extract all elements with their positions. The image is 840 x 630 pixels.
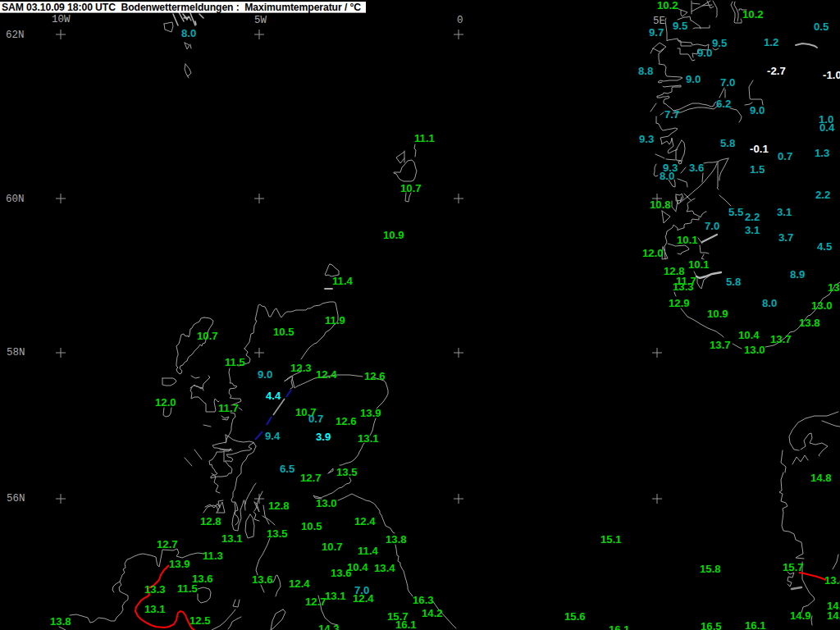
svg-text:12.7: 12.7 bbox=[157, 538, 178, 550]
svg-text:13.1: 13.1 bbox=[221, 532, 243, 545]
svg-text:3.6: 3.6 bbox=[689, 162, 704, 174]
svg-text:13.0: 13.0 bbox=[316, 497, 337, 509]
svg-text:0.5: 0.5 bbox=[814, 21, 829, 33]
svg-text:14.2: 14.2 bbox=[422, 607, 443, 619]
svg-text:1.5: 1.5 bbox=[750, 163, 765, 176]
svg-text:12.0: 12.0 bbox=[155, 396, 176, 409]
svg-text:13.4: 13.4 bbox=[374, 562, 395, 574]
svg-text:15.6: 15.6 bbox=[564, 610, 586, 623]
svg-text:12.0: 12.0 bbox=[642, 247, 664, 259]
svg-text:10.5: 10.5 bbox=[273, 326, 294, 338]
svg-text:16.1: 16.1 bbox=[609, 623, 630, 630]
svg-text:0.7: 0.7 bbox=[308, 413, 323, 425]
svg-text:13.3: 13.3 bbox=[144, 583, 166, 596]
svg-text:13.7: 13.7 bbox=[770, 333, 792, 345]
svg-text:6.5: 6.5 bbox=[280, 463, 294, 475]
svg-text:5W: 5W bbox=[254, 15, 267, 26]
svg-text:11.5: 11.5 bbox=[177, 582, 198, 595]
svg-text:10.2: 10.2 bbox=[657, 0, 678, 11]
svg-text:10W: 10W bbox=[52, 14, 71, 25]
svg-text:8.8: 8.8 bbox=[638, 65, 653, 77]
svg-text:0: 0 bbox=[457, 15, 463, 26]
svg-text:12.8: 12.8 bbox=[268, 500, 290, 512]
svg-text:5.5: 5.5 bbox=[728, 206, 743, 218]
svg-text:9.5: 9.5 bbox=[712, 37, 727, 49]
svg-text:13.3: 13.3 bbox=[673, 281, 694, 293]
svg-text:12.7: 12.7 bbox=[300, 472, 322, 484]
svg-text:13.8: 13.8 bbox=[386, 533, 407, 546]
svg-text:4.4: 4.4 bbox=[266, 390, 281, 402]
svg-text:-0.1: -0.1 bbox=[750, 143, 769, 155]
svg-text:13.0: 13.0 bbox=[828, 281, 840, 294]
svg-text:10.7: 10.7 bbox=[322, 541, 343, 553]
svg-text:14.9: 14.9 bbox=[790, 609, 811, 622]
svg-text:8.9: 8.9 bbox=[790, 268, 805, 281]
svg-text:12.3: 12.3 bbox=[290, 362, 312, 374]
svg-text:1.3: 1.3 bbox=[815, 147, 829, 159]
svg-text:62N: 62N bbox=[6, 30, 25, 41]
svg-text:12.4: 12.4 bbox=[316, 368, 337, 381]
svg-text:9.0: 9.0 bbox=[697, 47, 712, 59]
svg-text:8.0: 8.0 bbox=[762, 297, 777, 309]
svg-text:13.1: 13.1 bbox=[358, 432, 379, 445]
svg-text:14.1: 14.1 bbox=[827, 609, 840, 622]
svg-text:6.2: 6.2 bbox=[716, 98, 731, 110]
svg-text:12.6: 12.6 bbox=[364, 370, 386, 382]
svg-text:8.0: 8.0 bbox=[660, 170, 674, 182]
svg-text:11.1: 11.1 bbox=[414, 132, 435, 144]
svg-text:7.0: 7.0 bbox=[705, 220, 719, 232]
svg-text:0.7: 0.7 bbox=[778, 150, 792, 162]
svg-text:13.8: 13.8 bbox=[50, 615, 71, 628]
svg-text:10.1: 10.1 bbox=[677, 234, 698, 246]
svg-text:12.4: 12.4 bbox=[354, 515, 376, 527]
svg-text:-1.0: -1.0 bbox=[823, 69, 840, 81]
svg-text:9.0: 9.0 bbox=[686, 73, 701, 85]
svg-text:10.7: 10.7 bbox=[400, 182, 422, 194]
svg-text:7.7: 7.7 bbox=[664, 108, 679, 121]
svg-text:9.0: 9.0 bbox=[258, 368, 272, 381]
svg-text:13.5: 13.5 bbox=[336, 466, 358, 478]
svg-text:13.5: 13.5 bbox=[267, 527, 288, 540]
svg-text:7.0: 7.0 bbox=[720, 76, 735, 89]
svg-text:12.7: 12.7 bbox=[305, 596, 326, 608]
svg-text:56N: 56N bbox=[7, 493, 25, 504]
svg-text:13.0: 13.0 bbox=[744, 344, 765, 356]
svg-text:12.6: 12.6 bbox=[336, 415, 357, 427]
svg-text:15.7: 15.7 bbox=[783, 561, 804, 573]
svg-text:11.4: 11.4 bbox=[332, 275, 354, 287]
svg-text:3.7: 3.7 bbox=[778, 231, 793, 244]
svg-text:3.9: 3.9 bbox=[316, 431, 331, 443]
svg-text:16.1: 16.1 bbox=[395, 619, 417, 630]
svg-text:60N: 60N bbox=[6, 194, 25, 205]
svg-text:9.7: 9.7 bbox=[649, 26, 664, 39]
svg-text:13.1: 13.1 bbox=[144, 603, 166, 615]
svg-text:13.8: 13.8 bbox=[799, 317, 820, 329]
svg-text:9.3: 9.3 bbox=[639, 133, 654, 145]
svg-text:58N: 58N bbox=[7, 347, 25, 358]
svg-text:13.4: 13.4 bbox=[824, 574, 840, 587]
svg-text:10.2: 10.2 bbox=[742, 8, 764, 21]
svg-text:13.9: 13.9 bbox=[169, 558, 190, 570]
svg-text:10.7: 10.7 bbox=[197, 330, 218, 342]
svg-text:10.9: 10.9 bbox=[383, 229, 404, 241]
svg-text:13.7: 13.7 bbox=[710, 339, 731, 351]
svg-text:16.5: 16.5 bbox=[701, 620, 722, 630]
svg-text:13.6: 13.6 bbox=[331, 567, 352, 579]
svg-text:12.8: 12.8 bbox=[200, 515, 221, 527]
svg-text:13.0: 13.0 bbox=[811, 299, 833, 312]
svg-text:9.4: 9.4 bbox=[265, 430, 281, 442]
svg-text:5.8: 5.8 bbox=[720, 137, 735, 149]
svg-text:5.8: 5.8 bbox=[726, 276, 741, 288]
svg-text:9.0: 9.0 bbox=[750, 104, 765, 116]
svg-text:0.4: 0.4 bbox=[819, 121, 835, 134]
svg-text:16.3: 16.3 bbox=[413, 594, 434, 606]
svg-text:-2.7: -2.7 bbox=[767, 65, 786, 77]
svg-text:4.5: 4.5 bbox=[817, 240, 832, 253]
svg-text:11.4: 11.4 bbox=[358, 545, 379, 557]
svg-text:12.4: 12.4 bbox=[289, 578, 310, 590]
svg-text:SAM 03.10.09 18:00 UTC Bodenw: SAM 03.10.09 18:00 UTC Bodenwettermeldun… bbox=[2, 2, 361, 13]
svg-text:11.5: 11.5 bbox=[225, 356, 245, 368]
svg-text:2.2: 2.2 bbox=[815, 189, 830, 201]
svg-text:13.9: 13.9 bbox=[360, 407, 381, 419]
svg-text:15.8: 15.8 bbox=[700, 563, 721, 575]
